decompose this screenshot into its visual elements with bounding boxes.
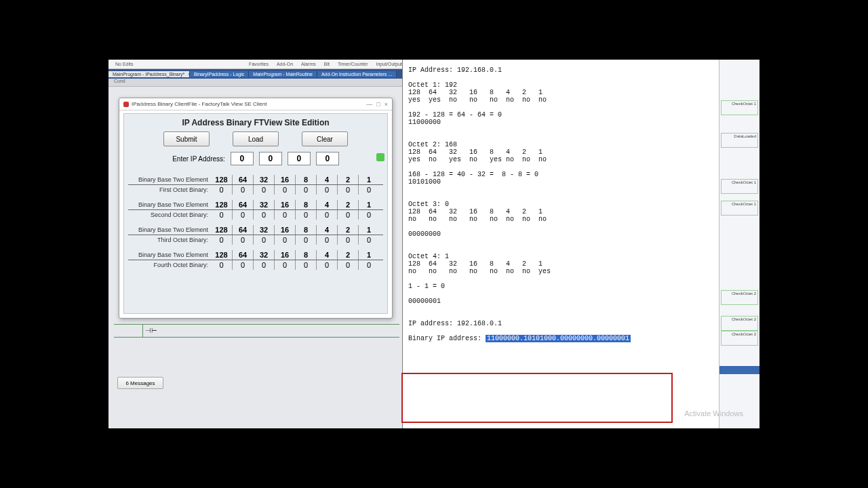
octet3-label: Third Octet Binary:: [128, 237, 211, 243]
clear-button[interactable]: Clear: [302, 131, 348, 146]
result-highlight-box: [401, 373, 673, 423]
submit-button[interactable]: Submit: [163, 131, 210, 146]
window-title: IPaddress Binary ClientFile - FactoryTal…: [132, 101, 267, 107]
top-toolbar: No Edits Favorites Add-On Alarms Bit Tim…: [108, 60, 402, 69]
contact-icon: ⊣⊢: [145, 327, 157, 334]
calc-output: IP Address: 192.168.0.1 Octet 1: 192 128…: [408, 66, 754, 422]
windows-watermark: Activate Windows: [684, 409, 743, 418]
peek-rung: CheckOctet 1: [721, 201, 758, 216]
peek-rung: CheckOctet 2: [721, 331, 758, 346]
tool-alarms[interactable]: Alarms: [301, 62, 316, 66]
sub-shelf: Cond: [108, 79, 402, 87]
peek-rung: DataLoaded: [721, 133, 758, 148]
page-title: IP Address Binary FTView Site Edition: [128, 118, 383, 127]
load-button[interactable]: Load: [233, 131, 279, 146]
peek-rung: CheckOctet 1: [721, 100, 758, 115]
octet4-label: Fourth Octet Binary:: [128, 262, 211, 268]
tool-bit[interactable]: Bit: [324, 62, 330, 66]
ftview-titlebar[interactable]: IPaddress Binary ClientFile - FactoryTal…: [119, 98, 392, 110]
peek-rung: CheckOctet 2: [721, 290, 758, 305]
tool-timer[interactable]: Timer/Counter: [338, 62, 368, 66]
secondary-pane-peek: CheckOctet 1DataLoadedCheckOctet 1CheckO…: [719, 60, 760, 428]
ip-label: Enter IP Address:: [172, 155, 225, 163]
octet3-group: Binary Base Two Element 1286432168421 Th…: [128, 225, 383, 245]
status-indicator: [376, 153, 384, 161]
ladder-rung-preview: ⊣⊢: [114, 324, 399, 338]
tab-binary-logic[interactable]: BinaryIPaddress - Logic: [190, 71, 249, 77]
tool-addon[interactable]: Add-On: [277, 62, 293, 66]
tool-io[interactable]: Input/Output: [376, 62, 402, 66]
octet2-label: Second Octet Binary:: [128, 211, 211, 218]
maximize-icon[interactable]: □: [376, 101, 380, 108]
peek-rung: CheckOctet 2: [721, 316, 758, 331]
peek-rung: CheckOctet 1: [721, 179, 758, 194]
tab-addon-params[interactable]: Add-On Instruction Parameters ...: [317, 71, 397, 77]
ip-octet-1[interactable]: 0: [231, 152, 254, 165]
edits-status: No Edits: [115, 62, 133, 66]
ip-octet-4[interactable]: 0: [316, 152, 339, 165]
tab-ipaddress-binary[interactable]: MainProgram - IPaddress_Binary*×: [108, 71, 190, 77]
ide-left-pane: No Edits Favorites Add-On Alarms Bit Tim…: [108, 60, 403, 428]
octet4-group: Binary Base Two Element 1286432168421 Fo…: [128, 250, 383, 270]
close-icon[interactable]: ×: [384, 101, 388, 108]
minimize-icon[interactable]: —: [366, 101, 372, 108]
peek-tabbar: [719, 366, 760, 374]
tab-main-routine[interactable]: MainProgram - MainRoutine: [249, 71, 317, 77]
app-icon: [123, 102, 129, 107]
octet2-group: Binary Base Two Element 1286432168421 Se…: [128, 200, 383, 220]
messages-button[interactable]: 6 Messages: [117, 377, 163, 389]
editor-tabs: MainProgram - IPaddress_Binary*× BinaryI…: [108, 69, 402, 79]
ftview-client-window: IPaddress Binary ClientFile - FactoryTal…: [119, 98, 393, 319]
ftview-body: IP Address Binary FTView Site Edition Su…: [123, 113, 388, 314]
octet1-label: First Octet Binary:: [128, 186, 211, 193]
element-label: Binary Base Two Element: [128, 176, 211, 183]
octet1-group: Binary Base Two Element 1286432168421 Fi…: [128, 175, 383, 195]
tool-favorites[interactable]: Favorites: [249, 62, 269, 66]
ip-octet-2[interactable]: 0: [259, 152, 282, 165]
ip-octet-3[interactable]: 0: [288, 152, 311, 165]
